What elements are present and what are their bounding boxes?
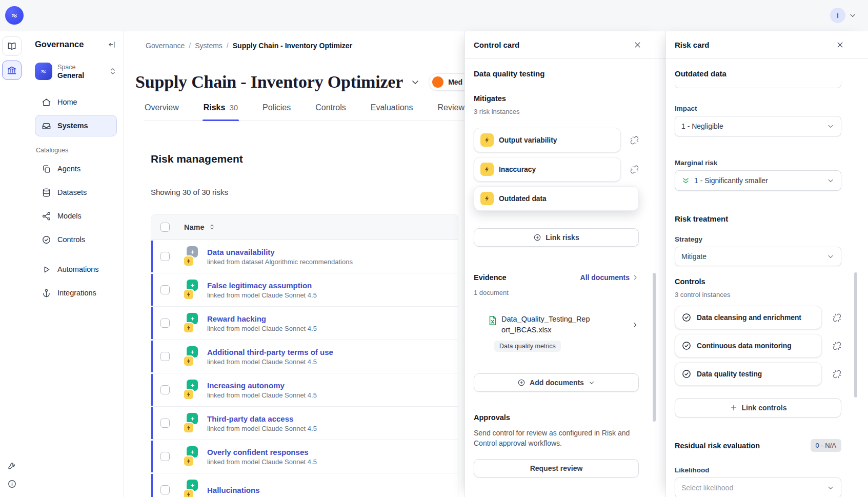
sidebar-item-controls[interactable]: Controls xyxy=(35,229,117,250)
impact-select[interactable]: 1 - Negligible xyxy=(675,116,841,136)
row-checkbox[interactable] xyxy=(160,252,170,261)
controls-label: Controls xyxy=(675,277,841,286)
strategy-select[interactable]: Mitigate xyxy=(675,247,841,266)
tab-reviews[interactable]: Reviews xyxy=(437,101,465,121)
control-chip[interactable]: Continuous data monitoring xyxy=(675,334,822,357)
row-checkbox[interactable] xyxy=(160,419,170,428)
close-control-card-button[interactable] xyxy=(633,41,642,49)
sparkle-icon xyxy=(189,349,196,355)
row-checkbox[interactable] xyxy=(160,319,170,328)
risk-chip[interactable]: Output variability xyxy=(474,128,621,152)
table-row[interactable]: Reward hackinglinked from model Claude S… xyxy=(151,307,458,340)
risk-name-link[interactable]: False legitimacy assumption xyxy=(207,281,317,290)
row-checkbox[interactable] xyxy=(160,485,170,494)
chevron-up-down-icon[interactable] xyxy=(109,67,117,75)
row-checkbox[interactable] xyxy=(160,352,170,361)
space-selector[interactable]: Space General xyxy=(35,63,117,80)
tab-risks[interactable]: Risks30 xyxy=(203,101,239,121)
sidebar-item-datasets[interactable]: Datasets xyxy=(35,182,117,203)
table-row[interactable]: Third-party data accesslinked from model… xyxy=(151,407,458,440)
tab-controls[interactable]: Controls xyxy=(314,101,347,121)
all-documents-link[interactable]: All documents xyxy=(580,273,639,282)
likelihood-select[interactable]: Select likelihood xyxy=(675,478,841,497)
check-circle-icon xyxy=(681,341,692,351)
risks-table: Name Data unavailabilitylinked from data… xyxy=(151,214,458,497)
marginal-risk-label: Marginal risk xyxy=(675,159,841,167)
risk-name-link[interactable]: Data unavailability xyxy=(207,248,353,256)
linked-control-row: Data quality testing xyxy=(675,362,841,386)
unlink-control-button[interactable] xyxy=(833,342,841,350)
control-chip[interactable]: Data cleansing and enrichment xyxy=(675,306,822,329)
row-checkbox[interactable] xyxy=(160,285,170,294)
risk-name-link[interactable]: Third-party data access xyxy=(207,414,317,423)
table-row[interactable]: False legitimacy assumptionlinked from m… xyxy=(151,273,458,307)
scrollbar-thumb[interactable] xyxy=(854,272,857,397)
unlink-risk-button[interactable] xyxy=(630,136,639,145)
sidebar-item-agents[interactable]: Agents xyxy=(35,158,117,180)
scrollbar-thumb[interactable] xyxy=(653,273,656,422)
close-risk-card-button[interactable] xyxy=(836,41,844,49)
table-row[interactable]: Data unavailabilitylinked from dataset A… xyxy=(151,240,458,273)
breadcrumb-item[interactable]: Governance xyxy=(146,42,185,50)
request-review-button[interactable]: Request review xyxy=(474,459,639,478)
governance-rail-button[interactable] xyxy=(2,61,22,80)
lightning-icon xyxy=(483,195,491,202)
risk-name-link[interactable]: Reward hacking xyxy=(207,314,317,323)
sparkle-icon xyxy=(189,482,196,489)
avatar[interactable]: I xyxy=(830,8,845,23)
table-row[interactable]: Hallucinations xyxy=(151,473,458,497)
sidebar-item-home[interactable]: Home xyxy=(35,91,117,113)
marginal-risk-select[interactable]: 1 - Significantly smaller xyxy=(675,170,841,191)
risk-level-badge[interactable]: Med xyxy=(429,73,465,91)
unlink-control-button[interactable] xyxy=(833,370,841,379)
risk-subtitle: linked from model Claude Sonnet 4.5 xyxy=(207,358,333,366)
page-title: Supply Chain - Inventory Optimizer xyxy=(135,72,403,92)
sidebar-item-models[interactable]: Models xyxy=(35,205,117,227)
docs-rail-button[interactable] xyxy=(2,36,22,56)
linked-controls-list: Data cleansing and enrichmentContinuous … xyxy=(675,306,841,386)
risk-chip[interactable]: Inaccuracy xyxy=(474,157,621,182)
excel-file-icon xyxy=(487,315,498,326)
link-risks-button[interactable]: Link risks xyxy=(474,228,639,247)
control-chip-label: Data quality testing xyxy=(697,370,762,378)
row-checkbox[interactable] xyxy=(160,452,170,461)
add-documents-button[interactable]: Add documents xyxy=(474,373,639,392)
info-button[interactable] xyxy=(7,479,17,489)
app-logo[interactable] xyxy=(5,6,24,25)
risk-source-icon xyxy=(182,313,200,333)
unlink-risk-button[interactable] xyxy=(630,165,639,174)
table-row[interactable]: Additional third-party terms of uselinke… xyxy=(151,340,458,373)
tools-button[interactable] xyxy=(7,461,17,470)
control-chip[interactable]: Data quality testing xyxy=(675,362,822,386)
clipped-field[interactable] xyxy=(675,81,841,88)
collapse-sidebar-icon[interactable] xyxy=(108,40,117,49)
sidebar-item-automations[interactable]: Automations xyxy=(35,259,117,280)
document-item[interactable]: Data_Quality_Testing_Report_IBCAS.xlsx xyxy=(474,314,639,335)
table-row[interactable]: Increasing autonomylinked from model Cla… xyxy=(151,373,458,407)
risk-name-link[interactable]: Additional third-party terms of use xyxy=(207,348,333,356)
user-menu[interactable]: I xyxy=(830,8,857,23)
select-all-checkbox[interactable] xyxy=(160,223,170,232)
column-header-name[interactable]: Name xyxy=(184,223,205,231)
risk-name-link[interactable]: Overly confident responses xyxy=(207,448,317,456)
document-tag: Data quality metrics xyxy=(494,341,561,352)
breadcrumb-item[interactable]: Systems xyxy=(195,42,223,50)
sidebar-item-integrations[interactable]: Integrations xyxy=(35,282,117,304)
tab-evaluations[interactable]: Evaluations xyxy=(370,101,414,121)
lightning-icon xyxy=(186,425,192,431)
tab-policies[interactable]: Policies xyxy=(261,101,292,121)
chevron-down-icon[interactable] xyxy=(849,11,857,19)
unlink-control-button[interactable] xyxy=(833,313,841,322)
nodes-icon xyxy=(42,211,51,221)
tab-overview[interactable]: Overview xyxy=(144,101,180,121)
row-checkbox[interactable] xyxy=(160,385,170,394)
risk-name-link[interactable]: Increasing autonomy xyxy=(207,381,317,390)
chevron-down-icon[interactable] xyxy=(410,77,420,87)
table-row[interactable]: Overly confident responseslinked from mo… xyxy=(151,440,458,473)
sidebar-item-systems[interactable]: Systems xyxy=(35,115,117,136)
risk-name-link[interactable]: Hallucinations xyxy=(207,486,260,494)
risk-chip[interactable]: Outdated data xyxy=(474,186,639,211)
sort-icon[interactable] xyxy=(208,223,216,231)
link-controls-button[interactable]: Link controls xyxy=(675,398,841,418)
chevron-right-icon[interactable] xyxy=(631,321,639,329)
